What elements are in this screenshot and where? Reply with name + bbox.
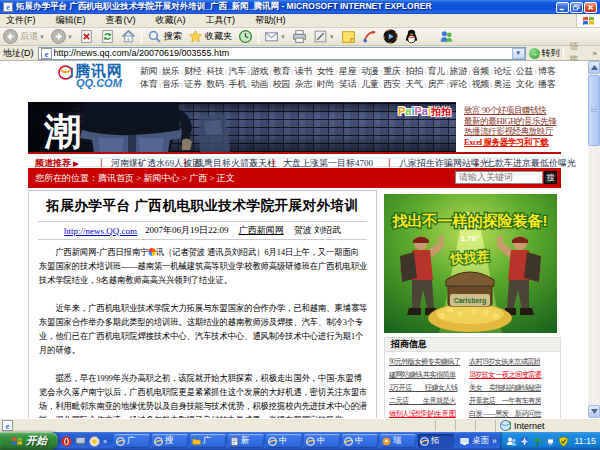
search-button[interactable]: 搜索 xyxy=(144,29,185,45)
mail-dropdown-icon[interactable]: ▼ xyxy=(280,34,286,40)
ad-link[interactable]: 致富 90个好项目赚钱快 xyxy=(464,105,568,116)
mail-button[interactable]: ▼ xyxy=(261,29,289,45)
menu-edit[interactable]: 编辑(E) xyxy=(50,14,92,27)
sidebar-link[interactable]: 18岁贫女 一夜之间变富婆 xyxy=(469,370,561,383)
sidebar-ad[interactable]: 找出不一样的探险装备! 1.70° 快找茬 xyxy=(384,194,557,333)
nav-link[interactable]: 女性 xyxy=(317,65,334,78)
favorites-button[interactable]: 收藏夹 xyxy=(185,29,235,45)
nav-link[interactable]: 动漫 xyxy=(361,65,378,78)
tray-monitor-icon[interactable] xyxy=(545,436,556,447)
quick-launch-desktop-icon[interactable] xyxy=(75,436,86,447)
quick-launch-more-chevron[interactable]: » xyxy=(103,438,107,445)
nav-link[interactable]: 儿童 xyxy=(361,78,378,91)
notes-button[interactable] xyxy=(338,29,359,45)
nav-link[interactable]: 星座 xyxy=(339,65,356,78)
nav-link[interactable]: 天气 xyxy=(405,78,422,91)
nav-link[interactable]: 动画 xyxy=(251,78,268,91)
sidebar-link[interactable]: 做别人没想到的生意 图 xyxy=(389,409,466,418)
snip-button[interactable] xyxy=(359,29,380,45)
menu-view[interactable]: 查看(V) xyxy=(100,14,142,27)
nav-link[interactable]: 手机 xyxy=(228,78,245,91)
taskbar-window-button[interactable]: 广 xyxy=(190,434,226,448)
menu-help[interactable]: 帮助(H) xyxy=(249,14,292,27)
nav-link[interactable]: 公益 xyxy=(516,65,533,78)
nav-link[interactable]: 音频 xyxy=(472,65,489,78)
start-button[interactable]: 开始 xyxy=(0,432,58,450)
qq-button[interactable] xyxy=(401,29,422,45)
stop-button[interactable] xyxy=(76,29,97,45)
nav-link[interactable]: 视频 xyxy=(472,78,489,91)
sidebar-link[interactable]: 开童装店 一年有车有房 xyxy=(469,396,561,409)
close-button[interactable] xyxy=(584,2,597,13)
menu-favorites[interactable]: 收藏(A) xyxy=(150,14,192,27)
paipai-logo[interactable]: PaiPai拍拍 xyxy=(398,105,451,119)
nav-link[interactable]: 新闻 xyxy=(140,65,157,78)
sidebar-link[interactable]: 农村19岁女孩来京成富姐 xyxy=(469,357,561,370)
sidebar-link[interactable]: 90元韩版女裤专卖赚疯了 xyxy=(389,357,466,370)
nav-link[interactable]: 体育 xyxy=(140,78,157,91)
desktop-more-chevron[interactable]: » xyxy=(492,436,497,446)
messenger-button[interactable] xyxy=(436,29,457,45)
ad-link[interactable]: 热播流行影视经典放映厅 xyxy=(464,126,568,137)
back-dropdown-icon[interactable]: ▼ xyxy=(39,34,45,40)
nav-link[interactable]: 读书 xyxy=(295,65,312,78)
taskbar-window-button[interactable]: 瑞 xyxy=(380,434,416,448)
banner-ad[interactable]: 潮 PaiPai拍拍 xyxy=(28,102,456,152)
article-source-url[interactable]: http://news.QQ.com xyxy=(64,226,137,236)
quick-launch-player-icon[interactable] xyxy=(89,436,100,447)
nav-link[interactable]: 笑话 xyxy=(339,78,356,91)
nav-link[interactable]: 音乐 xyxy=(162,78,179,91)
edit-dropdown-icon[interactable]: ▼ xyxy=(329,34,335,40)
sidebar-link[interactable]: 二元店 生意就是火 xyxy=(389,396,466,409)
minimize-button[interactable] xyxy=(556,2,569,13)
tray-pinwheel-icon[interactable] xyxy=(519,436,530,447)
sidebar-link[interactable]: 白发——黑发 新药问世 xyxy=(469,409,561,418)
scrollbar-thumb[interactable] xyxy=(588,75,600,146)
keyword-search-button[interactable]: 搜 xyxy=(544,171,557,184)
nav-link[interactable]: 数码 xyxy=(206,78,223,91)
nav-link[interactable]: 博客 xyxy=(538,65,555,78)
sidebar-link[interactable]: 2万开店 狂赚女人钱 xyxy=(389,383,466,396)
nav-link[interactable]: 游戏 xyxy=(251,65,268,78)
nav-link[interactable]: 育儿 xyxy=(427,65,444,78)
refresh-button[interactable] xyxy=(97,29,118,45)
nav-link[interactable]: 文化 xyxy=(516,78,533,91)
desktop-toolbar[interactable]: 桌面 » xyxy=(454,432,497,450)
nav-link[interactable]: 时尚 xyxy=(317,78,334,91)
nav-link[interactable]: 拍拍 xyxy=(405,65,422,78)
nav-link[interactable]: 校园 xyxy=(273,78,290,91)
menu-file[interactable]: 文件(F) xyxy=(0,14,42,27)
nav-link[interactable]: 杂志 xyxy=(295,78,312,91)
scroll-down-button[interactable] xyxy=(588,405,600,418)
forward-dropdown-icon[interactable]: ▼ xyxy=(67,34,73,40)
keyword-search-input[interactable]: 请输入关键词 xyxy=(455,171,543,184)
nav-link[interactable]: 西安 xyxy=(383,78,400,91)
tray-umbrella-icon[interactable] xyxy=(532,436,543,447)
taskbar-window-button[interactable]: 中 xyxy=(266,434,302,448)
scroll-up-button[interactable] xyxy=(588,61,600,74)
edit-button[interactable]: ▼ xyxy=(310,29,338,45)
nav-link[interactable]: 旅游 xyxy=(450,65,467,78)
nav-link[interactable]: 娱乐 xyxy=(162,65,179,78)
tray-shield-icon[interactable] xyxy=(558,436,569,447)
forward-button[interactable]: ▼ xyxy=(48,29,76,45)
taskbar-window-button[interactable]: 广 xyxy=(114,434,150,448)
taskbar-window-button[interactable]: 拓 xyxy=(418,434,454,448)
nav-link[interactable]: 科技 xyxy=(206,65,223,78)
nav-link[interactable]: 奥运 xyxy=(494,78,511,91)
nav-link[interactable]: 汽车 xyxy=(228,65,245,78)
taskbar-window-button[interactable]: 中 xyxy=(304,434,340,448)
history-button[interactable] xyxy=(235,29,256,45)
nav-link[interactable]: 播客 xyxy=(538,78,555,91)
ad-link[interactable]: Excel 服务器学习和下载 xyxy=(464,137,568,148)
restore-button[interactable] xyxy=(570,2,583,13)
media-button[interactable] xyxy=(380,29,401,45)
breadcrumb-path[interactable]: 腾讯首页 > 新闻中心 > 广西 > 正文 xyxy=(98,173,235,183)
nav-link[interactable]: 论坛 xyxy=(494,65,511,78)
ad-link[interactable]: 最新的最HIGH的音乐先锋 xyxy=(464,116,568,127)
taskbar-window-button[interactable]: 新 xyxy=(228,434,264,448)
nav-link[interactable]: 重庆 xyxy=(383,65,400,78)
article-source[interactable]: 广西新闻网 xyxy=(239,224,284,237)
tray-messenger-icon[interactable] xyxy=(506,436,517,447)
address-input[interactable]: e http://news.qq.com/a/20070619/003555.h… xyxy=(38,47,526,60)
